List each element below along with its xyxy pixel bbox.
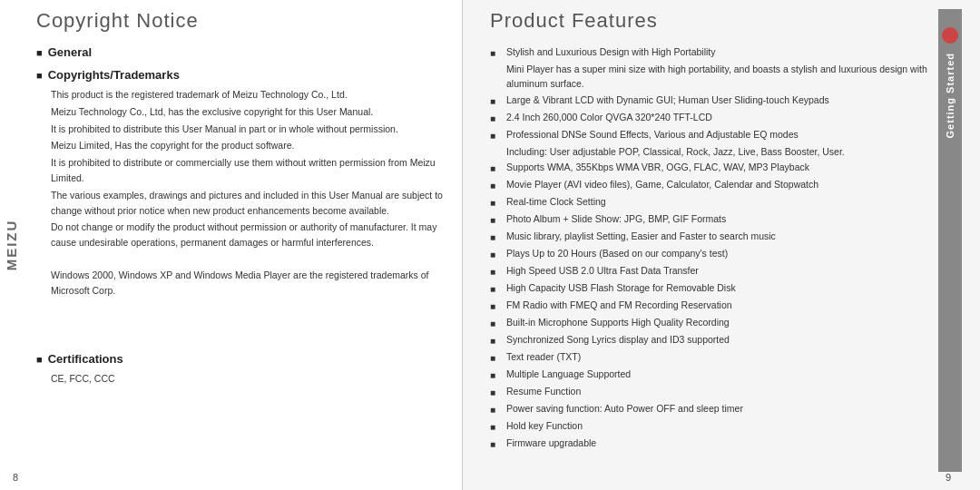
copyright-p4: Meizu Limited, Has the copyright for the… [51, 138, 444, 153]
feature-bullet-17: ■ [490, 386, 503, 399]
feature-bullet-3: ■ [490, 129, 503, 142]
feature-text-17: Resume Function [506, 385, 581, 399]
feature-bullet-1: ■ [490, 94, 503, 108]
feature-item-3: ■Professional DNSe Sound Effects, Variou… [490, 128, 929, 142]
copyright-p5: It is prohibited to distribute or commer… [51, 155, 444, 186]
page-number-right: 9 [946, 472, 951, 483]
copyright-p8: Windows 2000, Windows XP and Windows Med… [51, 268, 444, 299]
feature-text-18: Power saving function: Auto Power OFF an… [506, 402, 743, 416]
copyright-p6: The various examples, drawings and pictu… [51, 188, 444, 219]
sidebar-tab-circle [942, 27, 958, 44]
feature-item-10: ■High Speed USB 2.0 Ultra Fast Data Tran… [490, 264, 929, 279]
feature-text-15: Text reader (TXT) [506, 350, 581, 365]
feature-text-0: Stylish and Luxurious Design with High P… [506, 45, 716, 60]
feature-text-12: FM Radio with FMEQ and FM Recording Rese… [506, 299, 732, 313]
left-page-title: Copyright Notice [18, 9, 444, 33]
feature-list: ■Stylish and Luxurious Design with High … [490, 45, 929, 451]
feature-item-8: ■Music library, playlist Setting, Easier… [490, 230, 929, 244]
feature-item-5: ■Movie Player (AVI video files), Game, C… [490, 178, 929, 192]
feature-text-10: High Speed USB 2.0 Ultra Fast Data Trans… [506, 264, 699, 279]
feature-bullet-14: ■ [490, 334, 503, 348]
feature-item-2: ■2.4 Inch 260,000 Color QVGA 320*240 TFT… [490, 111, 929, 125]
feature-text-16: Multiple Language Supported [506, 368, 631, 382]
feature-item-16: ■Multiple Language Supported [490, 368, 929, 382]
feature-bullet-13: ■ [490, 317, 503, 330]
feature-item-4: ■Supports WMA, 355Kbps WMA VBR, OGG, FLA… [490, 161, 929, 175]
feature-item-14: ■Synchronized Song Lyrics display and ID… [490, 333, 929, 348]
right-page-title: Product Features [490, 9, 929, 33]
feature-bullet-18: ■ [490, 403, 503, 416]
feature-item-15: ■Text reader (TXT) [490, 350, 929, 365]
copyrights-heading: Copyrights/Trademarks [36, 68, 444, 82]
right-page: Product Features ■Stylish and Luxurious … [463, 0, 980, 490]
feature-bullet-16: ■ [490, 368, 503, 382]
feature-bullet-4: ■ [490, 162, 503, 175]
feature-sub-3: Including: User adjustable POP, Classica… [490, 145, 929, 160]
feature-bullet-9: ■ [490, 248, 503, 261]
feature-text-4: Supports WMA, 355Kbps WMA VBR, OGG, FLAC… [506, 161, 809, 175]
page-number-left: 8 [13, 472, 18, 483]
feature-text-7: Photo Album + Slide Show: JPG, BMP, GIF … [506, 212, 726, 227]
feature-bullet-11: ■ [490, 282, 503, 296]
feature-text-8: Music library, playlist Setting, Easier … [506, 230, 776, 244]
feature-text-3: Professional DNSe Sound Effects, Various… [506, 128, 799, 142]
feature-item-7: ■Photo Album + Slide Show: JPG, BMP, GIF… [490, 212, 929, 227]
feature-bullet-15: ■ [490, 351, 503, 365]
sidebar-tab: Getting Started [938, 9, 962, 472]
feature-text-6: Real-time Clock Setting [506, 195, 606, 210]
feature-bullet-12: ■ [490, 299, 503, 313]
right-content-area: Product Features ■Stylish and Luxurious … [490, 9, 938, 472]
copyright-p1: This product is the registered trademark… [51, 87, 444, 103]
left-page: MEIZU Copyright Notice General Copyright… [0, 0, 463, 490]
feature-bullet-0: ■ [490, 46, 503, 60]
feature-bullet-20: ■ [490, 437, 503, 451]
certifications-content: CE, FCC, CCC [36, 371, 444, 387]
feature-text-13: Built-in Microphone Supports High Qualit… [506, 316, 730, 330]
feature-item-11: ■High Capacity USB Flash Storage for Rem… [490, 281, 929, 296]
feature-bullet-8: ■ [490, 230, 503, 244]
feature-text-5: Movie Player (AVI video files), Game, Ca… [506, 178, 818, 192]
feature-bullet-19: ■ [490, 420, 503, 434]
feature-bullet-2: ■ [490, 112, 503, 125]
sidebar-tab-label: Getting Started [945, 53, 956, 138]
feature-item-9: ■Plays Up to 20 Hours (Based on our comp… [490, 247, 929, 261]
feature-item-13: ■Built-in Microphone Supports High Quali… [490, 316, 929, 330]
copyrights-content: This product is the registered trademark… [36, 87, 444, 298]
feature-item-6: ■Real-time Clock Setting [490, 195, 929, 210]
feature-text-14: Synchronized Song Lyrics display and ID3… [506, 333, 730, 348]
feature-item-18: ■Power saving function: Auto Power OFF a… [490, 402, 929, 416]
feature-item-0: ■Stylish and Luxurious Design with High … [490, 45, 929, 60]
feature-text-2: 2.4 Inch 260,000 Color QVGA 320*240 TFT-… [506, 111, 712, 125]
feature-bullet-7: ■ [490, 213, 503, 227]
general-heading: General [36, 45, 444, 59]
feature-text-19: Hold key Function [506, 419, 583, 434]
feature-text-9: Plays Up to 20 Hours (Based on our compa… [506, 247, 728, 261]
feature-item-19: ■Hold key Function [490, 419, 929, 434]
feature-item-12: ■FM Radio with FMEQ and FM Recording Res… [490, 299, 929, 313]
feature-bullet-10: ■ [490, 265, 503, 279]
feature-sub-0: Mini Player has a super mini size with h… [490, 63, 929, 92]
copyright-p7: Do not change or modify the product with… [51, 220, 444, 250]
feature-item-1: ■Large & Vibrant LCD with Dynamic GUI; H… [490, 93, 929, 108]
copyright-p2: Meizu Technology Co., Ltd, has the exclu… [51, 104, 444, 120]
certifications-heading: Certifications [36, 352, 444, 366]
feature-item-17: ■Resume Function [490, 385, 929, 399]
feature-text-11: High Capacity USB Flash Storage for Remo… [506, 281, 736, 296]
feature-text-20: Firmware upgradable [506, 436, 596, 451]
copyright-p3: It is prohibited to distribute this User… [51, 122, 444, 137]
feature-bullet-6: ■ [490, 196, 503, 210]
feature-text-1: Large & Vibrant LCD with Dynamic GUI; Hu… [506, 93, 829, 108]
feature-bullet-5: ■ [490, 179, 503, 192]
feature-item-20: ■Firmware upgradable [490, 436, 929, 451]
meizu-logo: MEIZU [4, 220, 19, 271]
